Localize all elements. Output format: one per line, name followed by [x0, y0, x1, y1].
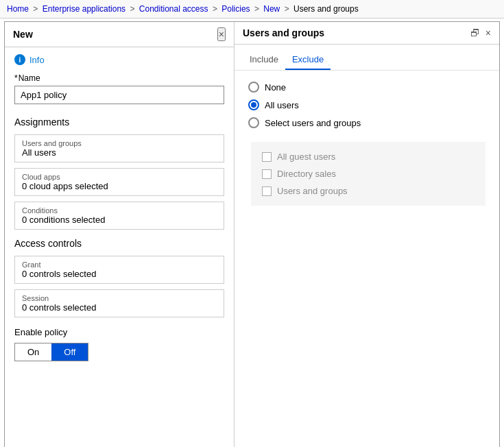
- radio-none-label: None: [265, 82, 286, 93]
- toggle-off-button[interactable]: Off: [51, 343, 88, 361]
- checkbox-all-guest-label: All guest users: [277, 152, 335, 162]
- right-panel-close-button[interactable]: ×: [485, 27, 491, 38]
- users-groups-label: Users and groups: [22, 139, 217, 147]
- enable-policy-section: Enable policy On Off: [14, 327, 224, 361]
- grant-box[interactable]: Grant 0 controls selected: [14, 256, 224, 284]
- checkbox-directory-sales[interactable]: Directory sales: [262, 169, 475, 179]
- breadcrumb-new[interactable]: New: [263, 4, 280, 14]
- breadcrumb-home[interactable]: Home: [7, 4, 29, 14]
- name-input[interactable]: [14, 86, 224, 104]
- radio-all-users[interactable]: All users: [248, 99, 485, 110]
- radio-group: None All users Select users and groups: [248, 82, 485, 128]
- breadcrumb-conditional[interactable]: Conditional access: [139, 4, 208, 14]
- grant-label: Grant: [22, 261, 217, 269]
- access-controls-title: Access controls: [14, 238, 224, 249]
- breadcrumb: Home > Enterprise applications > Conditi…: [0, 0, 504, 19]
- sep-2: >: [130, 4, 136, 14]
- grant-value: 0 controls selected: [22, 269, 217, 279]
- checkbox-users-groups-label: Users and groups: [277, 186, 348, 196]
- info-label: Info: [29, 55, 45, 65]
- checkbox-users-groups[interactable]: Users and groups: [262, 186, 475, 196]
- checkbox-users-groups-box: [262, 186, 272, 196]
- breadcrumb-policies[interactable]: Policies: [221, 4, 250, 14]
- toggle-on-button[interactable]: On: [15, 343, 51, 361]
- tabs-container: Include Exclude: [235, 45, 499, 71]
- left-panel: New × i Info Name Assignments Users and …: [5, 22, 235, 447]
- breadcrumb-current: Users and groups: [293, 4, 359, 14]
- session-label: Session: [22, 294, 217, 302]
- radio-select-circle: [248, 117, 259, 128]
- right-header-actions: 🗗 ×: [470, 27, 491, 38]
- conditions-label: Conditions: [22, 206, 217, 215]
- right-panel-title: Users and groups: [243, 27, 324, 38]
- tab-exclude[interactable]: Exclude: [285, 50, 331, 70]
- sep-4: >: [254, 4, 261, 14]
- users-groups-value: All users: [22, 147, 217, 158]
- left-panel-header: New ×: [5, 22, 234, 47]
- radio-none-circle: [248, 82, 259, 93]
- checkbox-group: All guest users Directory sales Users an…: [251, 142, 485, 206]
- sep-5: >: [285, 4, 291, 14]
- cloud-apps-label: Cloud apps: [22, 173, 217, 181]
- name-field-label: Name: [14, 73, 224, 83]
- sep-1: >: [33, 4, 40, 14]
- info-section: i Info: [14, 54, 224, 65]
- right-panel: Users and groups 🗗 × Include Exclude Non…: [235, 22, 499, 447]
- session-box[interactable]: Session 0 controls selected: [14, 289, 224, 317]
- cloud-apps-value: 0 cloud apps selected: [22, 181, 217, 191]
- radio-all-users-label: All users: [265, 100, 299, 110]
- policy-toggle: On Off: [14, 343, 88, 361]
- conditions-value: 0 conditions selected: [22, 215, 217, 225]
- restore-button[interactable]: 🗗: [470, 27, 480, 38]
- enable-policy-label: Enable policy: [14, 327, 224, 337]
- radio-select[interactable]: Select users and groups: [248, 117, 485, 128]
- radio-select-label: Select users and groups: [265, 118, 361, 128]
- checkbox-directory-sales-label: Directory sales: [277, 169, 336, 179]
- info-icon: i: [14, 54, 25, 65]
- radio-all-users-circle: [248, 99, 259, 110]
- users-groups-box[interactable]: Users and groups All users: [14, 134, 224, 162]
- checkbox-all-guest[interactable]: All guest users: [262, 152, 475, 162]
- left-panel-title: New: [13, 29, 33, 40]
- sep-3: >: [213, 4, 219, 14]
- right-panel-header: Users and groups 🗗 ×: [235, 22, 499, 45]
- left-panel-close-button[interactable]: ×: [217, 27, 226, 41]
- session-value: 0 controls selected: [22, 302, 217, 313]
- left-panel-body: i Info Name Assignments Users and groups…: [5, 47, 234, 447]
- radio-none[interactable]: None: [248, 82, 485, 93]
- right-panel-body: None All users Select users and groups A…: [235, 71, 499, 447]
- conditions-box[interactable]: Conditions 0 conditions selected: [14, 202, 224, 230]
- breadcrumb-enterprise[interactable]: Enterprise applications: [43, 4, 125, 14]
- cloud-apps-box[interactable]: Cloud apps 0 cloud apps selected: [14, 168, 224, 196]
- assignments-title: Assignments: [14, 117, 224, 128]
- main-container: New × i Info Name Assignments Users and …: [4, 21, 500, 447]
- tab-include[interactable]: Include: [243, 50, 285, 70]
- checkbox-all-guest-box: [262, 152, 272, 162]
- checkbox-directory-sales-box: [262, 169, 272, 179]
